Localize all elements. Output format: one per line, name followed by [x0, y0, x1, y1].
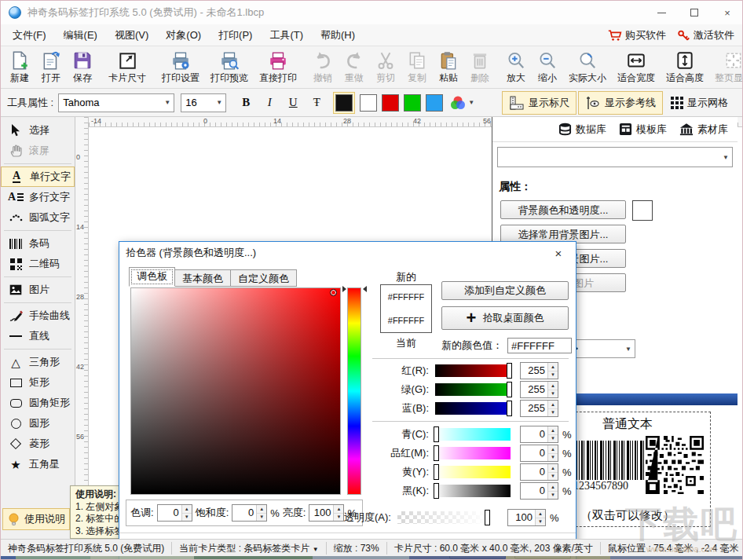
- underline-button[interactable]: U: [281, 93, 305, 113]
- spin-up-icon[interactable]: ▲: [548, 401, 558, 409]
- color-value-input[interactable]: [507, 338, 572, 353]
- buy-software-link[interactable]: 购买软件: [608, 28, 666, 42]
- menu-edit[interactable]: 编辑(E): [55, 24, 106, 46]
- qrcode-element[interactable]: [646, 436, 704, 494]
- tool-circle[interactable]: 圆形: [1, 413, 75, 434]
- maximize-button[interactable]: [678, 1, 711, 24]
- spin-up-icon[interactable]: ▲: [182, 505, 192, 514]
- yellow-slider[interactable]: [435, 466, 511, 478]
- tool-barcode[interactable]: 条码: [1, 233, 75, 254]
- direct-print-button[interactable]: 直接打印: [254, 48, 302, 87]
- black-slider[interactable]: [435, 485, 511, 497]
- saturation-value-gradient[interactable]: [130, 287, 341, 495]
- card-size-button[interactable]: 卡片尺寸: [103, 48, 152, 87]
- new-button[interactable]: 新建: [4, 48, 35, 87]
- color-swatch-blue[interactable]: [426, 94, 443, 112]
- zoom-out-button[interactable]: 缩小: [532, 48, 563, 87]
- show-grid-toggle[interactable]: 显示网格: [664, 91, 734, 115]
- spin-down-icon[interactable]: ▼: [548, 435, 558, 443]
- slider-handle[interactable]: [507, 382, 512, 397]
- menu-view[interactable]: 视图(V): [106, 24, 157, 46]
- spin-up-icon[interactable]: ▲: [257, 505, 266, 514]
- bold-button[interactable]: B: [234, 93, 258, 113]
- alpha-slider[interactable]: [397, 511, 489, 524]
- spin-down-icon[interactable]: ▼: [548, 372, 558, 379]
- spin-down-icon[interactable]: ▼: [548, 473, 558, 481]
- hue-slider[interactable]: [347, 287, 361, 495]
- color-swatch-black-selected[interactable]: [333, 92, 355, 114]
- tool-image[interactable]: 图片: [1, 280, 75, 300]
- slider-handle[interactable]: [485, 510, 490, 525]
- tool-multi-line-text[interactable]: A 多行文字: [1, 187, 75, 207]
- spin-up-icon[interactable]: ▲: [548, 483, 558, 492]
- green-spinner[interactable]: 255▲▼: [520, 381, 558, 398]
- hue-spinner[interactable]: 0▲▼: [157, 504, 192, 522]
- show-ruler-toggle[interactable]: 显示标尺: [502, 91, 576, 115]
- more-colors-button[interactable]: ▼: [449, 94, 474, 112]
- menu-print[interactable]: 打印(P): [210, 24, 261, 46]
- spin-down-icon[interactable]: ▼: [548, 454, 558, 462]
- tool-rectangle[interactable]: 矩形: [1, 372, 75, 393]
- spin-up-icon[interactable]: ▲: [548, 445, 558, 454]
- green-slider[interactable]: [435, 383, 511, 396]
- black-spinner[interactable]: 0▲▼: [520, 482, 558, 500]
- tool-single-line-text[interactable]: A 单行文字: [1, 167, 75, 187]
- tool-line[interactable]: 直线: [1, 326, 75, 346]
- pick-desktop-color-button[interactable]: + 拾取桌面颜色: [441, 306, 569, 330]
- status-card-type[interactable]: 当前卡片类型 : 条码标签类卡片 ▼: [172, 542, 326, 555]
- slider-handle[interactable]: [434, 445, 439, 461]
- tool-select[interactable]: 选择: [1, 120, 75, 141]
- fit-height-button[interactable]: 适合高度: [661, 48, 709, 87]
- tab-custom-colors[interactable]: 自定义颜色: [231, 269, 297, 287]
- brightness-spinner[interactable]: 100▲▼: [309, 504, 344, 522]
- add-to-custom-colors-button[interactable]: 添加到自定义颜色: [441, 281, 569, 300]
- magenta-slider[interactable]: [435, 447, 511, 459]
- font-family-select[interactable]: Tahoma ▼: [58, 93, 174, 112]
- menu-tools[interactable]: 工具(T): [261, 24, 312, 46]
- tool-diamond[interactable]: 菱形: [1, 434, 75, 454]
- menu-file[interactable]: 文件(F): [4, 24, 55, 46]
- zoom-in-button[interactable]: 放大: [500, 48, 532, 87]
- usage-help-button[interactable]: 使用说明: [2, 508, 70, 530]
- print-settings-button[interactable]: 打印设置: [156, 48, 205, 87]
- spin-up-icon[interactable]: ▲: [334, 505, 343, 514]
- database-button[interactable]: 数据库: [554, 119, 611, 141]
- dialog-title-bar[interactable]: 拾色器 (背景颜色和透明度...) ×: [119, 242, 576, 264]
- minimize-button[interactable]: [645, 1, 678, 24]
- tool-triangle[interactable]: △ 三角形: [1, 352, 75, 372]
- background-color-button[interactable]: 背景颜色和透明度...: [500, 200, 626, 219]
- object-select-dropdown[interactable]: ▼: [497, 147, 733, 167]
- tool-freehand-curve[interactable]: 手绘曲线: [1, 306, 75, 326]
- spin-down-icon[interactable]: ▼: [536, 518, 545, 526]
- menu-object[interactable]: 对象(O): [157, 24, 210, 46]
- alpha-spinner[interactable]: 100▲▼: [507, 509, 546, 526]
- italic-button[interactable]: I: [258, 93, 281, 113]
- spin-up-icon[interactable]: ▲: [548, 464, 558, 473]
- open-button[interactable]: 打开: [35, 48, 67, 87]
- spin-down-icon[interactable]: ▼: [334, 514, 343, 522]
- color-swatch-white[interactable]: [360, 94, 377, 112]
- show-guides-toggle[interactable]: 显示参考线: [578, 91, 663, 115]
- tool-qrcode[interactable]: 二维码: [1, 254, 75, 274]
- print-preview-button[interactable]: 打印预览: [205, 48, 254, 87]
- font-size-select[interactable]: 16 ▼: [181, 93, 226, 112]
- background-color-swatch[interactable]: [632, 200, 653, 221]
- spin-up-icon[interactable]: ▲: [548, 363, 558, 372]
- slider-handle[interactable]: [507, 401, 512, 416]
- tool-star[interactable]: ★ 五角星: [1, 454, 75, 474]
- blue-slider[interactable]: [435, 402, 511, 415]
- slider-handle[interactable]: [434, 426, 439, 442]
- strikethrough-button[interactable]: Ŧ: [305, 93, 328, 113]
- material-library-button[interactable]: 素材库: [675, 119, 733, 141]
- spin-down-icon[interactable]: ▼: [182, 514, 192, 522]
- slider-handle[interactable]: [434, 483, 439, 499]
- yellow-spinner[interactable]: 0▲▼: [520, 463, 558, 481]
- spin-up-icon[interactable]: ▲: [548, 382, 558, 390]
- slider-handle[interactable]: [434, 464, 439, 480]
- spin-down-icon[interactable]: ▼: [548, 492, 558, 500]
- close-button[interactable]: ×: [711, 1, 743, 24]
- cyan-spinner[interactable]: 0▲▼: [520, 426, 558, 443]
- spin-up-icon[interactable]: ▲: [548, 426, 558, 435]
- spin-down-icon[interactable]: ▼: [257, 514, 266, 522]
- fit-width-button[interactable]: 适合宽度: [612, 48, 661, 87]
